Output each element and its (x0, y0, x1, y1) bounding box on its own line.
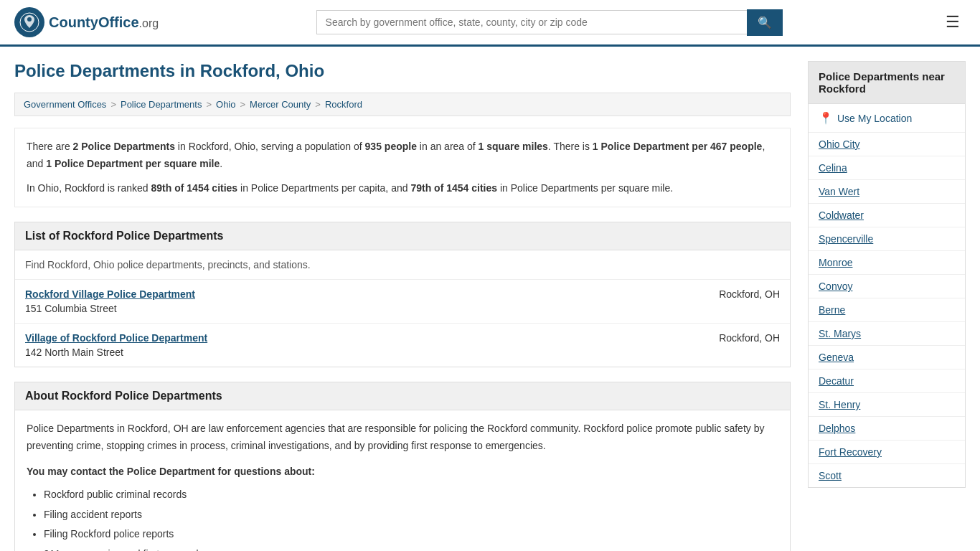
stats-population: 935 people (365, 141, 417, 152)
contact-label: You may contact the Police Department fo… (27, 463, 778, 481)
breadcrumb-mercer-county[interactable]: Mercer County (250, 99, 311, 110)
stats-per-mile: 1 Police Department per square mile (46, 158, 220, 169)
stats-per-person: 1 Police Department per 467 people (593, 141, 763, 152)
sidebar-item-celina[interactable]: Celina (809, 156, 965, 180)
dept-item-1: Rockford Village Police Department 151 C… (15, 280, 790, 324)
search-input[interactable] (316, 10, 747, 34)
list-section-header: List of Rockford Police Departments (14, 222, 791, 250)
svg-point-1 (27, 17, 32, 22)
contact-list: Rockford public criminal records Filing … (27, 486, 778, 551)
stats-dept-count: 2 Police Departments (73, 141, 175, 152)
sidebar-item-coldwater[interactable]: Coldwater (809, 204, 965, 227)
pin-icon: 📍 (819, 111, 833, 125)
use-location-label: Use My Location (837, 113, 912, 124)
header: CountyOffice.org 🔍 ☰ (0, 0, 980, 47)
hamburger-icon: ☰ (946, 13, 960, 31)
sidebar-item-convoy[interactable]: Convoy (809, 275, 965, 298)
dept-item-2: Village of Rockford Police Department 14… (15, 324, 790, 367)
breadcrumb-sep-1: > (110, 99, 116, 110)
content-area: Police Departments in Rockford, Ohio Gov… (14, 61, 791, 551)
logo-icon (14, 7, 44, 37)
about-section-header: About Rockford Police Departments (14, 382, 791, 410)
search-button[interactable]: 🔍 (747, 9, 783, 36)
breadcrumb-sep-3: > (240, 99, 245, 110)
breadcrumb-ohio[interactable]: Ohio (216, 99, 235, 110)
list-intro: Find Rockford, Ohio police departments, … (15, 250, 790, 280)
menu-button[interactable]: ☰ (940, 10, 966, 34)
breadcrumb-police-departments[interactable]: Police Departments (121, 99, 202, 110)
sidebar-item-monroe[interactable]: Monroe (809, 251, 965, 275)
contact-item-3: Filing Rockford police reports (44, 526, 778, 543)
search-area: 🔍 (316, 9, 783, 36)
contact-item-4: 911 emergencies and first responders (44, 546, 778, 551)
breadcrumb-government-offices[interactable]: Government Offices (24, 99, 106, 110)
logo-text: CountyOffice.org (49, 14, 159, 31)
breadcrumb-rockford[interactable]: Rockford (325, 99, 362, 110)
main-container: Police Departments in Rockford, Ohio Gov… (0, 47, 980, 551)
dept-city-2: Rockford, OH (719, 332, 780, 344)
sidebar-item-ohio-city[interactable]: Ohio City (809, 133, 965, 156)
dept-info-1: Rockford Village Police Department 151 C… (25, 288, 195, 314)
sidebar-item-decatur[interactable]: Decatur (809, 369, 965, 393)
dept-name-1[interactable]: Rockford Village Police Department (25, 288, 195, 300)
dept-info-2: Village of Rockford Police Department 14… (25, 332, 207, 358)
page-title: Police Departments in Rockford, Ohio (14, 61, 791, 81)
sidebar-item-st-marys[interactable]: St. Marys (809, 322, 965, 346)
sidebar-item-berne[interactable]: Berne (809, 298, 965, 322)
about-description: Police Departments in Rockford, OH are l… (27, 420, 778, 455)
sidebar-item-van-wert[interactable]: Van Wert (809, 180, 965, 204)
dept-name-2[interactable]: Village of Rockford Police Department (25, 332, 207, 344)
contact-item-2: Filing accident reports (44, 507, 778, 524)
about-section-wrapper: About Rockford Police Departments Police… (14, 382, 791, 551)
sidebar-item-scott[interactable]: Scott (809, 464, 965, 487)
list-section-wrapper: List of Rockford Police Departments Find… (14, 222, 791, 367)
stats-paragraph-2: In Ohio, Rockford is ranked 89th of 1454… (27, 180, 778, 197)
list-section: Find Rockford, Ohio police departments, … (14, 250, 791, 367)
sidebar-item-fort-recovery[interactable]: Fort Recovery (809, 441, 965, 464)
breadcrumb: Government Offices > Police Departments … (14, 93, 791, 116)
sidebar-item-st-henry[interactable]: St. Henry (809, 393, 965, 417)
breadcrumb-sep-2: > (206, 99, 212, 110)
sidebar: Police Departments near Rockford 📍 Use M… (808, 61, 966, 551)
search-icon: 🔍 (758, 17, 772, 29)
use-location[interactable]: 📍 Use My Location (809, 104, 965, 133)
about-content: Police Departments in Rockford, OH are l… (15, 410, 790, 551)
sidebar-item-delphos[interactable]: Delphos (809, 417, 965, 441)
logo-area: CountyOffice.org (14, 7, 159, 37)
sidebar-list: 📍 Use My Location Ohio City Celina Van W… (808, 104, 966, 488)
stats-area: 1 square miles (479, 141, 548, 152)
stats-block: There are 2 Police Departments in Rockfo… (14, 128, 791, 207)
dept-address-2: 142 North Main Street (25, 347, 123, 358)
stats-paragraph-1: There are 2 Police Departments in Rockfo… (27, 138, 778, 173)
sidebar-item-geneva[interactable]: Geneva (809, 346, 965, 369)
contact-item-1: Rockford public criminal records (44, 486, 778, 504)
breadcrumb-sep-4: > (315, 99, 321, 110)
about-section: Police Departments in Rockford, OH are l… (14, 410, 791, 551)
sidebar-header: Police Departments near Rockford (808, 61, 966, 104)
stats-rank-mile: 79th of 1454 cities (410, 182, 497, 194)
dept-address-1: 151 Columbia Street (25, 303, 117, 314)
stats-rank-capita: 89th of 1454 cities (151, 182, 238, 194)
sidebar-item-spencerville[interactable]: Spencerville (809, 227, 965, 251)
dept-city-1: Rockford, OH (719, 288, 780, 300)
